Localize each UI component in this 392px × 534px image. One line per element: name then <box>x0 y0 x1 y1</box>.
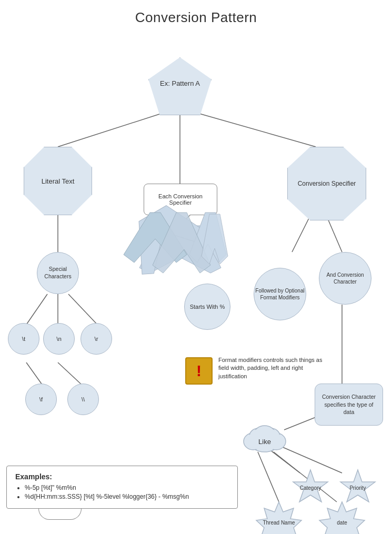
thread-name-starburst: Thread Name <box>253 500 305 534</box>
examples-list: %-5p [%t]" %m%n %d{HH:mm:ss.SSS} [%t] %-… <box>15 484 229 500</box>
svg-text:Like: Like <box>258 438 271 446</box>
svg-marker-43 <box>202 214 228 264</box>
warning-icon-box: ! <box>185 357 213 385</box>
examples-box: Examples: %-5p [%t]" %m%n %d{HH:mm:ss.SS… <box>6 466 238 509</box>
conversion-char-circle: And Conversion Character <box>319 252 371 305</box>
like-cloud: Like <box>238 414 291 456</box>
conv-char-specifies-rect: Conversion Character specifies the type … <box>315 384 383 426</box>
svg-line-0 <box>58 113 164 147</box>
svg-line-6 <box>68 294 97 325</box>
svg-line-15 <box>258 452 279 502</box>
svg-text:Category: Category <box>300 485 321 491</box>
format-modifiers-circle: Followed by Optional Format Modifiers <box>254 268 306 320</box>
exclamation-icon: ! <box>196 362 202 380</box>
svg-line-1 <box>196 113 316 147</box>
literal-text-octagon: Literal Text <box>24 147 92 215</box>
return-circle: \r <box>81 323 112 355</box>
newline-circle: \n <box>43 323 75 355</box>
svg-line-4 <box>26 294 47 325</box>
backslash-circle: \\ <box>67 384 99 415</box>
warning-text: Format modifiers controls such things as… <box>218 356 324 380</box>
examples-title: Examples: <box>15 472 229 481</box>
svg-text:Thread Name: Thread Name <box>263 520 295 526</box>
svg-line-11 <box>292 215 310 252</box>
svg-marker-38 <box>256 502 301 534</box>
formfeed-circle: \f <box>25 384 57 415</box>
example-item-1: %-5p [%t]" %m%n <box>25 484 229 491</box>
page-title: Conversion Pattern <box>0 0 392 31</box>
starts-with-circle: Starts With % <box>184 284 230 330</box>
svg-marker-40 <box>319 502 365 534</box>
svg-text:Priority: Priority <box>349 485 366 491</box>
tab-circle: \t <box>8 323 39 355</box>
example-item-2: %d{HH:mm:ss.SSS} [%t] %-5level %logger{3… <box>25 493 229 500</box>
svg-line-10 <box>326 215 342 252</box>
special-characters-circle: Special Characters <box>37 252 79 294</box>
svg-line-8 <box>58 362 82 385</box>
svg-line-7 <box>26 362 42 385</box>
pattern-pentagon: Ex: Pattern A <box>148 57 212 115</box>
date-starburst: date <box>318 500 366 534</box>
conversion-specifier-octagon: Conversion Specifier <box>287 147 366 220</box>
svg-text:date: date <box>337 520 347 526</box>
